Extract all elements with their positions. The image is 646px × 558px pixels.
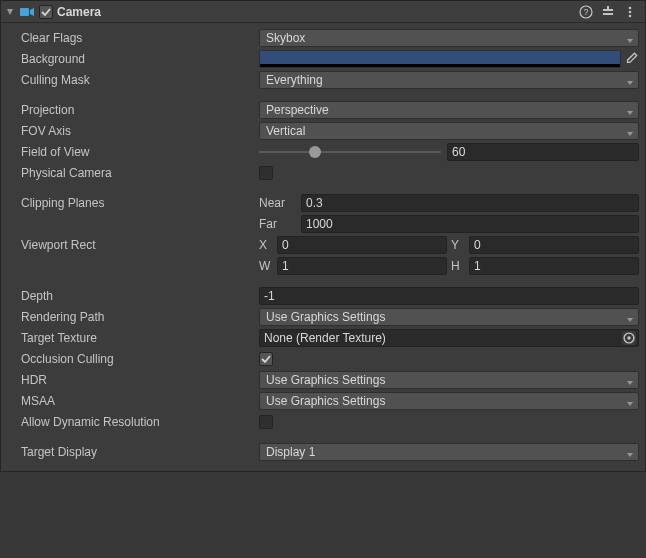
projection-dropdown[interactable]: Perspective — [259, 101, 639, 119]
viewport-w-label: W — [259, 259, 273, 273]
viewport-rect-xy-row: Viewport Rect X Y — [7, 235, 639, 255]
fov-axis-value: Vertical — [266, 124, 305, 138]
culling-mask-label: Culling Mask — [7, 73, 259, 87]
chevron-down-icon — [626, 448, 634, 456]
camera-component: Camera ? Clear Flags Skybox Backg — [0, 0, 646, 472]
preset-icon[interactable] — [601, 5, 615, 19]
hdr-row: HDR Use Graphics Settings — [7, 370, 639, 390]
background-color-field[interactable] — [259, 50, 621, 68]
target-display-value: Display 1 — [266, 445, 315, 459]
rendering-path-label: Rendering Path — [7, 310, 259, 324]
chevron-down-icon — [626, 127, 634, 135]
culling-mask-dropdown[interactable]: Everything — [259, 71, 639, 89]
target-display-label: Target Display — [7, 445, 259, 459]
component-title: Camera — [57, 5, 575, 19]
rendering-path-row: Rendering Path Use Graphics Settings — [7, 307, 639, 327]
allow-dynamic-resolution-checkbox[interactable] — [259, 415, 273, 429]
background-label: Background — [7, 52, 259, 66]
chevron-down-icon — [626, 76, 634, 84]
allow-dynamic-resolution-label: Allow Dynamic Resolution — [7, 415, 259, 429]
chevron-down-icon — [626, 376, 634, 384]
camera-icon — [19, 4, 35, 20]
near-label: Near — [259, 196, 299, 210]
fov-axis-row: FOV Axis Vertical — [7, 121, 639, 141]
clear-flags-row: Clear Flags Skybox — [7, 28, 639, 48]
physical-camera-row: Physical Camera — [7, 163, 639, 183]
clear-flags-dropdown[interactable]: Skybox — [259, 29, 639, 47]
occlusion-culling-checkbox[interactable] — [259, 352, 273, 366]
enable-component-checkbox[interactable] — [39, 5, 53, 19]
projection-label: Projection — [7, 103, 259, 117]
msaa-dropdown[interactable]: Use Graphics Settings — [259, 392, 639, 410]
viewport-h-label: H — [451, 259, 465, 273]
component-header: Camera ? — [1, 1, 645, 23]
viewport-y-input[interactable] — [469, 236, 639, 254]
svg-text:?: ? — [583, 7, 588, 17]
clear-flags-label: Clear Flags — [7, 31, 259, 45]
physical-camera-checkbox[interactable] — [259, 166, 273, 180]
culling-mask-value: Everything — [266, 73, 323, 87]
svg-rect-4 — [603, 13, 613, 15]
clipping-planes-far-row: Far — [7, 214, 639, 234]
slider-thumb[interactable] — [309, 146, 321, 158]
fov-axis-label: FOV Axis — [7, 124, 259, 138]
header-icons: ? — [579, 5, 641, 19]
viewport-x-input[interactable] — [277, 236, 447, 254]
clear-flags-value: Skybox — [266, 31, 305, 45]
target-texture-value: None (Render Texture) — [264, 331, 386, 345]
allow-dynamic-resolution-row: Allow Dynamic Resolution — [7, 412, 639, 432]
physical-camera-label: Physical Camera — [7, 166, 259, 180]
chevron-down-icon — [626, 397, 634, 405]
background-alpha-bar — [260, 64, 620, 67]
depth-input[interactable] — [259, 287, 639, 305]
object-picker-icon[interactable] — [622, 331, 636, 345]
occlusion-culling-row: Occlusion Culling — [7, 349, 639, 369]
viewport-h-input[interactable] — [469, 257, 639, 275]
clipping-near-input[interactable] — [301, 194, 639, 212]
svg-rect-0 — [20, 8, 29, 16]
eyedropper-icon[interactable] — [623, 50, 639, 68]
target-texture-row: Target Texture None (Render Texture) — [7, 328, 639, 348]
rendering-path-value: Use Graphics Settings — [266, 310, 385, 324]
foldout-icon[interactable] — [5, 7, 15, 17]
svg-point-6 — [629, 6, 632, 9]
msaa-row: MSAA Use Graphics Settings — [7, 391, 639, 411]
field-of-view-input[interactable] — [447, 143, 639, 161]
viewport-x-label: X — [259, 238, 273, 252]
far-label: Far — [259, 217, 299, 231]
clipping-planes-near-row: Clipping Planes Near — [7, 193, 639, 213]
target-display-dropdown[interactable]: Display 1 — [259, 443, 639, 461]
chevron-down-icon — [626, 34, 634, 42]
culling-mask-row: Culling Mask Everything — [7, 70, 639, 90]
menu-icon[interactable] — [623, 5, 637, 19]
svg-point-10 — [627, 336, 630, 339]
svg-point-7 — [629, 10, 632, 13]
field-of-view-row: Field of View — [7, 142, 639, 162]
field-of-view-label: Field of View — [7, 145, 259, 159]
clipping-planes-label: Clipping Planes — [7, 196, 259, 210]
viewport-w-input[interactable] — [277, 257, 447, 275]
target-texture-field[interactable]: None (Render Texture) — [259, 329, 639, 347]
svg-rect-5 — [607, 6, 609, 10]
background-row: Background — [7, 49, 639, 69]
component-body: Clear Flags Skybox Background — [1, 23, 645, 471]
hdr-dropdown[interactable]: Use Graphics Settings — [259, 371, 639, 389]
svg-point-8 — [629, 14, 632, 17]
clipping-far-input[interactable] — [301, 215, 639, 233]
projection-row: Projection Perspective — [7, 100, 639, 120]
rendering-path-dropdown[interactable]: Use Graphics Settings — [259, 308, 639, 326]
help-icon[interactable]: ? — [579, 5, 593, 19]
msaa-value: Use Graphics Settings — [266, 394, 385, 408]
field-of-view-slider[interactable] — [259, 143, 441, 161]
chevron-down-icon — [626, 106, 634, 114]
viewport-rect-label: Viewport Rect — [7, 238, 259, 252]
chevron-down-icon — [626, 313, 634, 321]
depth-row: Depth — [7, 286, 639, 306]
occlusion-culling-label: Occlusion Culling — [7, 352, 259, 366]
viewport-y-label: Y — [451, 238, 465, 252]
background-color-swatch — [260, 51, 620, 64]
fov-axis-dropdown[interactable]: Vertical — [259, 122, 639, 140]
msaa-label: MSAA — [7, 394, 259, 408]
projection-value: Perspective — [266, 103, 329, 117]
viewport-rect-wh-row: W H — [7, 256, 639, 276]
